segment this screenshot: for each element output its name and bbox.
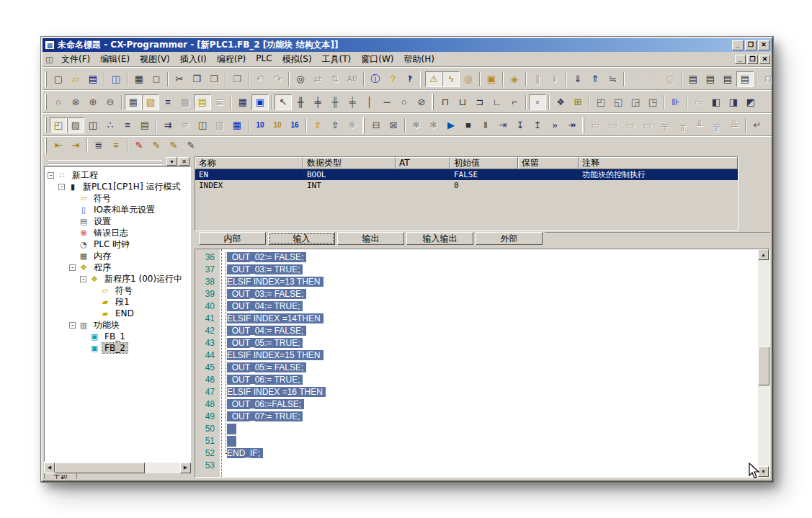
sim-net-2-button[interactable]: ▭ xyxy=(604,117,622,133)
menu-item-9[interactable]: 窗口(W) xyxy=(356,52,398,67)
xref-report-button[interactable]: ≋ xyxy=(177,117,194,133)
close-button[interactable]: ✕ xyxy=(758,40,769,50)
code-line[interactable]: 43 OUT_05:= TRUE; xyxy=(195,337,758,349)
code-line[interactable]: 44ELSIF INDEX=15 THEN xyxy=(195,349,758,362)
menu-item-1[interactable]: 文件(F) xyxy=(56,52,95,67)
run-fast-button[interactable]: » xyxy=(546,117,563,133)
code-line[interactable]: 50 xyxy=(195,423,758,435)
open-file-button[interactable]: ▱ xyxy=(67,71,84,87)
io-comment-4-button[interactable]: ◳ xyxy=(644,94,661,110)
select-pointer-button[interactable]: ↖ xyxy=(275,94,292,110)
ladder-view-button[interactable]: ▤ xyxy=(194,94,211,110)
toolbar-grip[interactable] xyxy=(582,117,584,133)
sim-net-3-button[interactable]: ▭ xyxy=(622,117,639,133)
code-line[interactable]: 40 OUT_04:= TRUE; xyxy=(195,300,758,313)
tree-horizontal-scrollbar[interactable]: ◀ ▶ xyxy=(44,462,191,473)
paste-button[interactable]: ❒ xyxy=(205,71,223,87)
tree-item[interactable]: ▱符号 xyxy=(46,285,190,296)
cross-reference-button[interactable]: ⇉ xyxy=(159,117,177,133)
sim-pause-button[interactable]: ‖ xyxy=(477,117,494,133)
indent-increase-button[interactable]: ⇥ xyxy=(67,138,84,153)
column-header-2[interactable]: AT xyxy=(396,157,450,169)
monitor-1-button[interactable]: ▤ xyxy=(684,71,702,87)
table-row[interactable]: ENBOOLFALSE功能块的控制执行 xyxy=(195,169,738,180)
close-project-window-button[interactable]: ✕ xyxy=(179,157,189,166)
expander-icon[interactable]: - xyxy=(48,172,54,179)
code-line[interactable]: 49 OUT_07:= TRUE; xyxy=(195,411,758,423)
force-on-button[interactable]: ⇧ xyxy=(309,117,326,133)
tree-item[interactable]: ▤设置 xyxy=(46,215,190,227)
coil-button[interactable]: ○ xyxy=(396,94,413,110)
sim-run-button[interactable]: ▶ xyxy=(442,117,460,133)
fb-library-button[interactable]: ❖ xyxy=(552,94,569,110)
address-ref-tool-button[interactable]: ⊪ xyxy=(667,94,684,110)
prog-monitor-1-button[interactable]: ◌ xyxy=(627,71,644,87)
coil-set-button[interactable]: ⊓ xyxy=(437,94,454,110)
step-over-button[interactable]: ⇥ xyxy=(494,117,512,133)
address-book-button[interactable]: ◫ xyxy=(194,117,211,133)
new-diagram-button[interactable]: ▨ xyxy=(67,117,84,133)
tree-item[interactable]: -▮新PLC1[CP1H] 运行模式 xyxy=(46,181,190,192)
mnemonic-view-button[interactable]: ▩ xyxy=(177,94,194,110)
menu-item-2[interactable]: 编辑(E) xyxy=(95,52,135,67)
expander-icon[interactable]: - xyxy=(69,264,76,271)
org-window-button[interactable]: ∴ xyxy=(102,117,119,133)
force-off-button[interactable]: ⇧ xyxy=(326,117,344,133)
menu-item-4[interactable]: 插入(I) xyxy=(175,52,212,67)
toolbar-grip[interactable] xyxy=(45,94,47,110)
code-line[interactable]: 53 xyxy=(195,460,758,472)
change-ab-button[interactable]: AB xyxy=(344,71,361,87)
menu-item-6[interactable]: PLC xyxy=(251,52,277,67)
dock-menu-button[interactable]: ▾ xyxy=(166,157,177,166)
expander-icon[interactable]: - xyxy=(69,322,76,329)
online-hand-2-button[interactable]: ✱ xyxy=(425,117,442,133)
editor-vertical-scrollbar[interactable]: ▲ ▼ xyxy=(758,249,769,477)
paste-program-button[interactable]: ❒ xyxy=(228,71,246,87)
fb-new-button[interactable]: ⊞ xyxy=(569,94,586,110)
scroll-thumb[interactable] xyxy=(758,347,769,385)
code-line[interactable]: 47ELSIF INDEX =16 THEN xyxy=(195,386,758,398)
code-line[interactable]: 52END_IF; xyxy=(195,447,758,460)
window-plain-button[interactable]: ▭ xyxy=(690,94,708,110)
tree-item[interactable]: ▦内存 xyxy=(46,250,190,262)
align-top-button[interactable]: ≡ xyxy=(107,138,125,153)
line-delete-button[interactable]: ⌐ xyxy=(506,94,523,110)
toolbar-grip[interactable] xyxy=(420,71,422,87)
monitor-4-button[interactable]: ▤ xyxy=(736,71,754,87)
code-lines[interactable]: 36 OUT_02:= FALSE;37 OUT_03:= TRUE;38ELS… xyxy=(195,249,758,477)
watch-hex-button[interactable]: 16 xyxy=(286,117,303,133)
plc-warn-button[interactable]: ▣ xyxy=(483,71,500,87)
step-in-button[interactable]: ↧ xyxy=(512,117,529,133)
pause-a-button[interactable]: ∥ xyxy=(529,71,546,87)
undo-button[interactable]: ↶ xyxy=(251,71,269,87)
online-hand-1-button[interactable]: ✱ xyxy=(408,117,425,133)
tab-输入输出[interactable]: 输入输出 xyxy=(406,232,473,245)
column-header-4[interactable]: 保留 xyxy=(518,157,579,169)
toolbar-grip[interactable] xyxy=(45,117,47,133)
help-button[interactable]: ? xyxy=(384,71,401,87)
watch-decimal-button[interactable]: 10 xyxy=(251,117,269,133)
sim-tool-4-button[interactable]: ╦ xyxy=(708,117,726,133)
edit-pen-yellow-2-button[interactable]: ✎ xyxy=(165,138,182,153)
project-tab[interactable]: 工程 xyxy=(44,473,77,479)
title-bar[interactable]: ▦ 未命名標題 - CX-Programmer - [新PLC1.FB_2 [功… xyxy=(43,38,772,52)
zoom-region-button[interactable]: ⊗ xyxy=(67,94,84,110)
cut-button[interactable]: ✂ xyxy=(171,71,188,87)
watch-window-button[interactable]: ◫ xyxy=(84,117,102,133)
workspace-bottom-tab[interactable]: 工程 xyxy=(44,473,191,479)
code-line[interactable]: 42 OUT_04:= FALSE; xyxy=(195,325,758,337)
align-list-button[interactable]: ≣ xyxy=(90,138,107,153)
step-run-button[interactable]: ⊓ xyxy=(759,71,772,87)
toolbar-grip[interactable] xyxy=(45,71,47,87)
menu-item-3[interactable]: 视图(V) xyxy=(135,52,175,67)
scroll-left-icon[interactable]: ◀ xyxy=(44,463,55,473)
io-comment-3-button[interactable]: ◲ xyxy=(627,94,644,110)
context-help-button[interactable]: ‽ xyxy=(401,71,419,87)
restore-button[interactable]: ❐ xyxy=(745,40,757,50)
vertical-line-button[interactable]: │ xyxy=(361,94,378,110)
code-line[interactable]: 39 OUT_03:= FALSE; xyxy=(195,288,758,300)
sim-net-1-button[interactable]: ▭ xyxy=(587,117,604,133)
io-grid-button[interactable]: ▦ xyxy=(228,117,246,133)
scroll-right-icon[interactable]: ▶ xyxy=(180,463,191,473)
contact-down-button[interactable]: ╪ xyxy=(344,94,361,110)
